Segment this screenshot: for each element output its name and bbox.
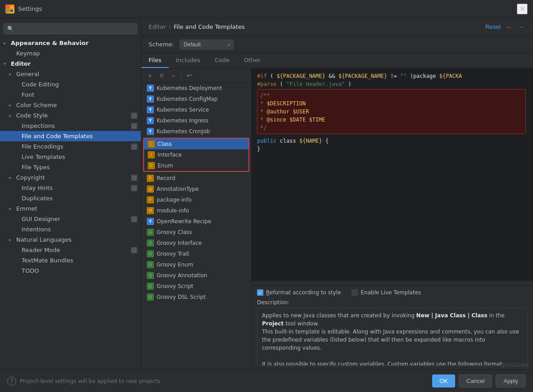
horizontal-scrollbar[interactable] bbox=[252, 281, 533, 285]
reformat-label: Reformat according to style bbox=[266, 289, 341, 296]
java-icon: P bbox=[147, 196, 154, 203]
chevron-icon bbox=[4, 41, 9, 45]
sidebar-item-intentions[interactable]: Intentions bbox=[0, 224, 141, 234]
template-item-groovy-annotation[interactable]: G Groovy Annotation bbox=[141, 270, 251, 281]
k8s-icon: Y bbox=[147, 85, 154, 92]
remove-template-button[interactable]: − bbox=[168, 71, 178, 81]
breadcrumb: Editor › File and Code Templates bbox=[149, 23, 245, 30]
template-item-k8s-deployment[interactable]: Y Kubernetes Deployment bbox=[141, 83, 251, 94]
sidebar-item-label: Reader Mode bbox=[22, 247, 60, 253]
badge-icon: □ bbox=[131, 144, 137, 150]
nav-back-button[interactable]: ← bbox=[504, 23, 514, 32]
groovy-icon: G bbox=[147, 272, 154, 279]
template-item-groovy-enum[interactable]: G Groovy Enum bbox=[141, 259, 251, 270]
copy-template-button[interactable]: ⎘ bbox=[157, 71, 167, 81]
sidebar-item-code-style[interactable]: Code Style □ bbox=[0, 110, 141, 121]
tab-files[interactable]: Files bbox=[141, 53, 169, 68]
template-name: Groovy DSL Script bbox=[157, 294, 206, 300]
content-header: Editor › File and Code Templates Reset ←… bbox=[141, 18, 533, 36]
live-templates-checkbox[interactable] bbox=[352, 289, 358, 296]
code-line-9: } bbox=[257, 145, 528, 153]
template-item-package-info[interactable]: P package-info bbox=[141, 194, 251, 205]
groovy-icon: G bbox=[147, 261, 154, 268]
sidebar-item-emmet[interactable]: Emmet bbox=[0, 203, 141, 214]
template-item-groovy-trait[interactable]: G Groovy Trait bbox=[141, 248, 251, 259]
sidebar-item-file-types[interactable]: File Types bbox=[0, 162, 141, 172]
sidebar-item-code-editing[interactable]: Code Editing bbox=[0, 79, 141, 90]
code-line-2: #parse ( "File Header.java" ) bbox=[257, 80, 528, 88]
java-icon: @ bbox=[147, 185, 154, 193]
apply-button[interactable]: Apply bbox=[496, 374, 526, 387]
search-input[interactable] bbox=[4, 23, 137, 34]
sidebar-item-file-templates[interactable]: File and Code Templates bbox=[0, 131, 141, 141]
live-templates-checkbox-label[interactable]: Enable Live Templates bbox=[352, 289, 421, 296]
sidebar-item-copyright[interactable]: Copyright □ bbox=[0, 172, 141, 183]
template-item-k8s-service[interactable]: Y Kubernetes Service bbox=[141, 104, 251, 115]
sidebar-item-font[interactable]: Font bbox=[0, 90, 141, 100]
sidebar-item-editor[interactable]: Editor bbox=[0, 59, 141, 69]
template-item-class[interactable]: C Class bbox=[144, 139, 248, 149]
sidebar-item-keymap[interactable]: Keymap bbox=[0, 48, 141, 59]
close-button[interactable]: ✕ bbox=[517, 4, 528, 14]
template-name: package-info bbox=[157, 197, 192, 203]
desc-text-1: Applies to new Java classes that are cre… bbox=[262, 312, 416, 319]
sidebar-item-live-templates[interactable]: Live Templates bbox=[0, 152, 141, 162]
sidebar-item-label: Color Scheme bbox=[16, 102, 57, 108]
sidebar-item-general[interactable]: General bbox=[0, 69, 141, 79]
template-item-k8s-cronjob[interactable]: Y Kubernetes CronJob bbox=[141, 126, 251, 137]
desc-bold-2: Project bbox=[262, 320, 284, 327]
groovy-icon: G bbox=[147, 283, 154, 290]
tab-other[interactable]: Other bbox=[237, 53, 268, 68]
sidebar-item-color-scheme[interactable]: Color Scheme bbox=[0, 100, 141, 110]
chevron-icon bbox=[9, 237, 14, 242]
reformat-checkbox[interactable]: ✓ bbox=[257, 289, 263, 296]
help-button[interactable]: ? bbox=[7, 377, 16, 386]
groovy-icon: G bbox=[147, 250, 154, 257]
sidebar-item-todo[interactable]: TODO bbox=[0, 266, 141, 276]
template-item-record[interactable]: R Record bbox=[141, 173, 251, 184]
main-layout: 🔍 Appearance & Behavior Keymap Editor Ge… bbox=[0, 18, 533, 369]
bottom-controls: ✓ Reformat according to style Enable Liv… bbox=[252, 285, 533, 369]
selected-templates-group: C Class I Interface E Enum bbox=[143, 138, 249, 172]
tab-includes[interactable]: Includes bbox=[169, 53, 208, 68]
sidebar-item-label: Copyright bbox=[16, 174, 45, 181]
reformat-checkbox-label[interactable]: ✓ Reformat according to style bbox=[257, 289, 341, 296]
template-item-interface[interactable]: I Interface bbox=[144, 149, 248, 160]
sidebar-item-inlay-hints[interactable]: Inlay Hints □ bbox=[0, 183, 141, 193]
code-editor[interactable]: #if ( ${PACKAGE_NAME} && ${PACKAGE_NAME}… bbox=[252, 68, 533, 281]
template-item-annotationtype[interactable]: @ AnnotationType bbox=[141, 184, 251, 194]
tab-code[interactable]: Code bbox=[208, 53, 237, 68]
template-item-groovy-class[interactable]: G Groovy Class bbox=[141, 227, 251, 238]
reset-template-button[interactable]: ↩ bbox=[184, 71, 194, 81]
template-item-module-info[interactable]: M module-info bbox=[141, 205, 251, 216]
sidebar-item-natural-languages[interactable]: Natural Languages bbox=[0, 234, 141, 245]
ok-button[interactable]: OK bbox=[432, 374, 455, 387]
cancel-button[interactable]: Cancel bbox=[459, 374, 492, 387]
sidebar-item-duplicates[interactable]: Duplicates bbox=[0, 193, 141, 203]
reset-button[interactable]: Reset bbox=[485, 23, 501, 30]
java-icon: E bbox=[148, 162, 155, 169]
toolbar-separator bbox=[181, 72, 181, 79]
sidebar-item-inspections[interactable]: Inspections □ bbox=[0, 121, 141, 131]
scheme-row: Scheme: Default bbox=[141, 36, 533, 53]
add-template-button[interactable]: + bbox=[145, 71, 155, 81]
sidebar-item-label: TODO bbox=[22, 267, 39, 274]
sidebar-item-textmate-bundles[interactable]: TextMate Bundles bbox=[0, 255, 141, 266]
sidebar-item-gui-designer[interactable]: GUI Designer □ bbox=[0, 214, 141, 224]
app-icon bbox=[5, 5, 14, 14]
template-item-k8s-configmap[interactable]: Y Kubernetes ConfigMap bbox=[141, 94, 251, 104]
sidebar-item-reader-mode[interactable]: Reader Mode □ bbox=[0, 245, 141, 255]
scheme-select[interactable]: Default bbox=[180, 40, 234, 50]
template-name: Groovy Enum bbox=[157, 261, 193, 268]
template-item-groovy-script[interactable]: G Groovy Script bbox=[141, 281, 251, 292]
template-item-openrewrite[interactable]: Y OpenRewrite Recipe bbox=[141, 216, 251, 227]
sidebar-item-file-encodings[interactable]: File Encodings □ bbox=[0, 141, 141, 152]
nav-forward-button[interactable]: → bbox=[516, 23, 526, 32]
sidebar-item-label: Keymap bbox=[16, 50, 40, 57]
template-item-enum[interactable]: E Enum bbox=[144, 160, 248, 171]
sidebar-item-appearance[interactable]: Appearance & Behavior bbox=[0, 38, 141, 48]
groovy-icon: G bbox=[147, 293, 154, 301]
template-item-groovy-interface[interactable]: G Groovy Interface bbox=[141, 238, 251, 248]
template-item-k8s-ingress[interactable]: Y Kubernetes Ingress bbox=[141, 115, 251, 126]
template-item-groovy-dsl[interactable]: G Groovy DSL Script bbox=[141, 292, 251, 302]
